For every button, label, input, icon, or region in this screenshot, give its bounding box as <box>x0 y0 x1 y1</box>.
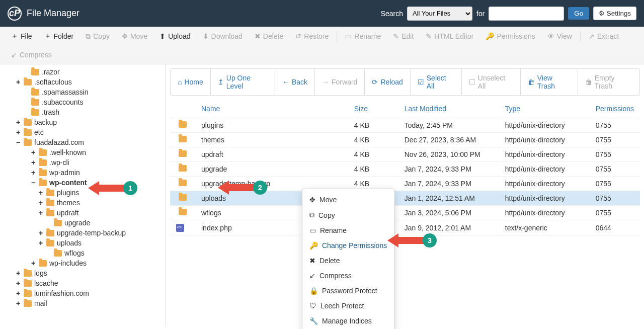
go-button[interactable]: Go <box>568 7 589 20</box>
copy-button[interactable]: ⧉Copy <box>79 27 116 46</box>
table-row[interactable]: updraft4 KBNov 26, 2023, 10:00 PMhttpd/u… <box>170 147 640 162</box>
tree-toggle[interactable]: − <box>30 179 36 187</box>
tree-toggle[interactable]: + <box>38 189 44 197</box>
ctx-compress[interactable]: ↙Compress <box>302 268 394 283</box>
folder-icon <box>46 190 54 196</box>
cell-size: 4 KB <box>348 133 398 147</box>
tree-toggle[interactable]: + <box>38 229 44 237</box>
ctx-copy[interactable]: ⧉Copy <box>302 207 394 223</box>
tree-label: themes <box>57 199 80 207</box>
tree-toggle[interactable]: + <box>30 158 36 167</box>
tree-toggle[interactable]: + <box>38 239 44 247</box>
tree-item[interactable]: +wp-includes <box>0 258 166 268</box>
back-button[interactable]: ←Back <box>275 69 315 95</box>
table-row[interactable]: wflogsJan 3, 2024, 5:06 PMhttpd/unix-dir… <box>170 206 640 220</box>
upload-button[interactable]: ⬆Upload <box>153 27 196 46</box>
table-row[interactable]: plugins4 KBToday, 2:45 PMhttpd/unix-dire… <box>170 118 640 133</box>
tree-toggle[interactable]: − <box>15 138 21 146</box>
tree-toggle[interactable]: + <box>30 169 36 177</box>
ctx-password-protect[interactable]: 🔒Password Protect <box>302 283 394 298</box>
tree-item[interactable]: .razor <box>0 67 166 77</box>
home-button[interactable]: ⌂Home <box>171 69 211 95</box>
ctx-change-permissions[interactable]: 🔑Change Permissions <box>302 238 394 253</box>
tree-item[interactable]: +upgrade-temp-backup <box>0 228 166 238</box>
tree-item[interactable]: +mail <box>0 298 166 308</box>
settings-button[interactable]: ⚙ Settings <box>593 7 636 20</box>
ctx-rename[interactable]: ▭Rename <box>302 223 394 238</box>
folder-tree[interactable]: .razor+.softaculous.spamassassin.subacco… <box>0 64 166 326</box>
tree-item[interactable]: .subaccounts <box>0 97 166 107</box>
tree-item[interactable]: −fuadalazad.com <box>0 137 166 147</box>
tree-item[interactable]: +wp-admin <box>0 168 166 178</box>
annotation-number: 3 <box>423 233 437 248</box>
tree-item[interactable]: +plugins <box>0 188 166 198</box>
tree-toggle[interactable]: + <box>15 78 21 86</box>
tree-toggle[interactable]: + <box>30 259 36 267</box>
permissions-button[interactable]: 🔑Permissions <box>479 27 541 46</box>
extract-button[interactable]: ↗Extract <box>583 27 625 46</box>
delete-button[interactable]: ✖Delete <box>249 27 289 46</box>
forward-button[interactable]: →Forward <box>315 69 365 95</box>
tree-toggle[interactable]: + <box>15 128 21 136</box>
tree-toggle[interactable]: + <box>38 209 44 217</box>
tree-item[interactable]: +backup <box>0 117 166 127</box>
tree-item[interactable]: .trash <box>0 107 166 117</box>
tree-toggle[interactable]: + <box>38 199 44 207</box>
ctx-leech-protect[interactable]: 🛡Leech Protect <box>302 298 394 313</box>
search-scope-select[interactable]: All Your Files <box>407 7 472 21</box>
tree-item[interactable]: +.well-known <box>0 147 166 157</box>
tree-item[interactable]: +luminfashion.com <box>0 288 166 298</box>
folder-icon <box>179 180 187 186</box>
folder-icon <box>179 165 187 172</box>
select-all-button[interactable]: ☑Select All <box>411 69 462 95</box>
tree-item[interactable]: upgrade <box>0 218 166 228</box>
col-permissions[interactable]: Permissions <box>590 100 640 118</box>
tree-item[interactable]: −wp-content <box>0 178 166 188</box>
tree-item[interactable]: +updraft <box>0 208 166 218</box>
tree-toggle[interactable]: + <box>15 289 21 297</box>
tree-item[interactable]: wflogs <box>0 248 166 258</box>
tree-item[interactable]: +lscache <box>0 278 166 288</box>
tree-item[interactable]: .spamassassin <box>0 87 166 97</box>
empty-trash-button[interactable]: 🗑Empty Trash <box>578 69 639 95</box>
html-editor-button[interactable]: ✎HTML Editor <box>420 27 479 46</box>
tree-item[interactable]: +etc <box>0 127 166 137</box>
upload-icon: ⬆ <box>159 32 166 40</box>
new-file-button[interactable]: ＋File <box>5 27 38 46</box>
view-trash-button[interactable]: 🗑View Trash <box>521 69 578 95</box>
tree-toggle[interactable]: + <box>15 279 21 287</box>
tree-toggle[interactable]: + <box>15 299 21 307</box>
edit-button[interactable]: ✎Edit <box>387 27 420 46</box>
table-row[interactable]: themes4 KBDec 27, 2023, 8:36 AMhttpd/uni… <box>170 133 640 147</box>
rename-button[interactable]: ▭Rename <box>339 27 387 46</box>
download-button[interactable]: ⬇Download <box>197 27 249 46</box>
tree-toggle[interactable]: + <box>15 269 21 277</box>
col-size[interactable]: Size <box>348 100 398 118</box>
separator <box>580 31 581 42</box>
reload-button[interactable]: ⟳Reload <box>365 69 410 95</box>
col-icon[interactable] <box>170 100 195 118</box>
tree-item[interactable]: +logs <box>0 268 166 278</box>
col-name[interactable]: Name <box>195 100 348 118</box>
view-button[interactable]: 👁View <box>541 27 578 46</box>
tree-item[interactable]: +.softaculous <box>0 77 166 87</box>
tree-item[interactable]: +themes <box>0 198 166 208</box>
new-folder-button[interactable]: ＋Folder <box>38 27 80 46</box>
ctx-delete[interactable]: ✖Delete <box>302 253 394 268</box>
table-row[interactable]: upgrade4 KBJan 7, 2024, 9:33 PMhttpd/uni… <box>170 162 640 177</box>
ctx-manage-indices[interactable]: 🔧Manage Indices <box>302 313 394 326</box>
restore-button[interactable]: ↺Restore <box>289 27 335 46</box>
tree-toggle[interactable]: + <box>30 148 36 156</box>
unselect-all-button[interactable]: ☐Unselect All <box>462 69 521 95</box>
ctx-move[interactable]: ✥Move <box>302 192 394 207</box>
key-icon: 🔑 <box>486 32 494 40</box>
tree-item[interactable]: +.wp-cli <box>0 157 166 168</box>
compress-button[interactable]: ↙Compress <box>5 46 58 64</box>
tree-item[interactable]: +uploads <box>0 238 166 248</box>
col-type[interactable]: Type <box>499 100 590 118</box>
tree-toggle[interactable]: + <box>15 118 21 126</box>
up-one-level-button[interactable]: ↥Up One Level <box>211 69 275 95</box>
search-input[interactable] <box>489 7 564 21</box>
col-modified[interactable]: Last Modified <box>398 100 499 118</box>
move-button[interactable]: ✥Move <box>116 27 153 46</box>
